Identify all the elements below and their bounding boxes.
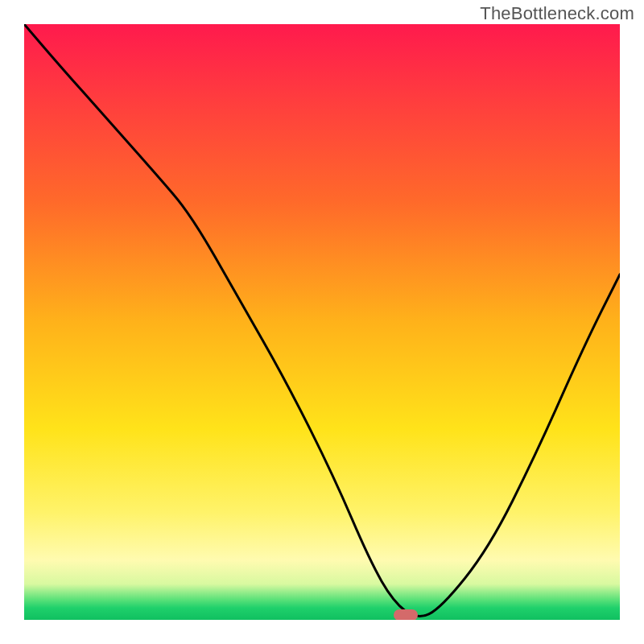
- optimal-point-marker: [394, 609, 418, 620]
- plot-area: [24, 24, 620, 620]
- watermark-text: TheBottleneck.com: [480, 3, 634, 24]
- curve-overlay: [24, 24, 620, 620]
- bottleneck-curve-line: [24, 24, 620, 617]
- chart-container: TheBottleneck.com: [0, 0, 644, 644]
